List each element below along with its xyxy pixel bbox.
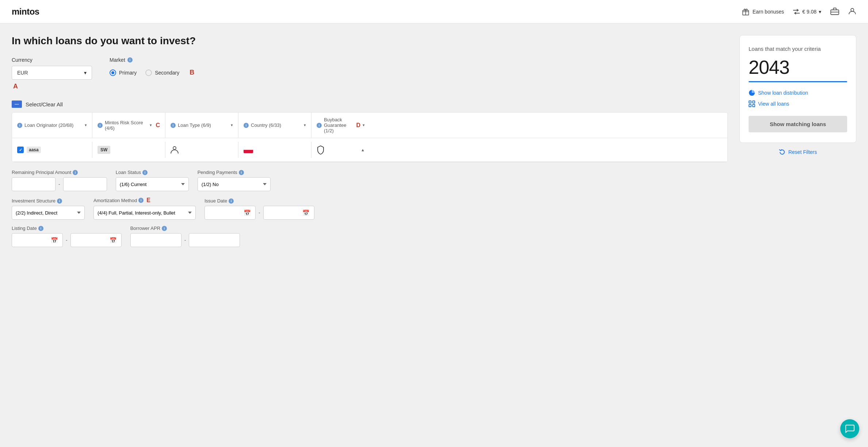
filter-col-country[interactable]: i Country (6/33) ▾ xyxy=(238,113,311,138)
risk-header-label: Mintos Risk Score (4/6) xyxy=(105,120,148,131)
collapse-icon[interactable]: ▲ xyxy=(361,148,365,152)
investment-structure-label: Investment Structure i xyxy=(12,198,85,204)
range-separator-3: - xyxy=(66,237,68,243)
user-menu-button[interactable] xyxy=(848,7,856,16)
left-panel: In which loans do you want to invest? Cu… xyxy=(12,35,728,435)
market-options: Primary Secondary B xyxy=(110,69,194,76)
originator-checkbox[interactable] xyxy=(17,147,24,153)
market-secondary-label: Secondary xyxy=(155,70,179,76)
calendar-icon-2[interactable]: 📅 xyxy=(302,209,310,216)
aasa-logo: aasa xyxy=(27,147,41,153)
grid-icon xyxy=(749,101,755,107)
page-title: In which loans do you want to invest? xyxy=(12,35,728,47)
market-secondary-option[interactable]: Secondary xyxy=(145,69,179,76)
issue-date-label: Issue Date i xyxy=(204,198,314,204)
lower-row-3: Listing Date i 📅 - 📅 xyxy=(12,226,728,247)
range-separator-1: - xyxy=(58,181,60,187)
amortization-method-select[interactable]: (4/4) Full, Partial, Interest-only, Bull… xyxy=(93,206,196,220)
svg-rect-7 xyxy=(749,105,751,107)
buyback-info-icon: i xyxy=(317,123,322,128)
gift-icon xyxy=(742,8,750,16)
annotation-c: C xyxy=(156,122,160,129)
loantype-chevron-icon: ▾ xyxy=(231,123,233,128)
originator-header-label: Loan Originator (20/68) xyxy=(24,122,73,128)
view-all-loans-link[interactable]: View all loans xyxy=(749,101,847,107)
loan-status-info: i xyxy=(142,170,148,175)
svg-rect-6 xyxy=(753,101,755,103)
reset-filters-button[interactable]: Reset Filters xyxy=(739,149,856,155)
market-primary-option[interactable]: Primary xyxy=(110,69,137,76)
select-clear-row: Select/Clear All xyxy=(12,101,728,108)
chat-icon xyxy=(845,424,854,433)
svg-point-3 xyxy=(851,8,854,11)
issue-date-from[interactable] xyxy=(208,210,241,216)
calendar-icon-1[interactable]: 📅 xyxy=(244,209,251,216)
header: mintos Earn bonuses € 9.08 ▾ xyxy=(0,0,868,23)
calendar-icon-4[interactable]: 📅 xyxy=(110,237,117,244)
market-secondary-radio[interactable] xyxy=(145,69,152,76)
remaining-principal-min[interactable] xyxy=(12,177,56,191)
briefcase-button[interactable] xyxy=(830,7,840,16)
reset-filters-label: Reset Filters xyxy=(788,149,817,155)
currency-label: Currency xyxy=(12,57,92,63)
issue-date-from-wrapper: 📅 xyxy=(204,206,256,220)
issue-date-range: 📅 - 📅 xyxy=(204,206,314,220)
svg-rect-5 xyxy=(749,101,751,103)
balance-amount: € 9.08 xyxy=(802,9,817,15)
amortization-method-group: Amortization Method i E (4/4) Full, Part… xyxy=(93,197,196,220)
listing-date-group: Listing Date i 📅 - 📅 xyxy=(12,226,122,247)
pie-chart-icon xyxy=(749,90,755,96)
borrower-apr-range: - xyxy=(130,233,240,247)
filter-col-risk[interactable]: i Mintos Risk Score (4/6) ▾ C xyxy=(92,113,165,138)
loan-status-group: Loan Status i (1/6) Current xyxy=(116,170,189,191)
header-right: Earn bonuses € 9.08 ▾ xyxy=(742,7,856,16)
country-content-cell xyxy=(238,142,311,158)
issue-date-to[interactable] xyxy=(267,210,299,216)
borrower-apr-max[interactable] xyxy=(189,233,240,247)
show-distribution-link[interactable]: Show loan distribution xyxy=(749,90,847,96)
sw-badge: SW xyxy=(97,146,110,154)
select-clear-icon[interactable] xyxy=(12,101,22,108)
annotation-a: A xyxy=(13,83,92,90)
person-icon xyxy=(171,145,179,154)
reset-icon xyxy=(779,149,785,155)
market-filter-group: Market i Primary Secondary B xyxy=(110,57,194,76)
currency-select[interactable]: EUR ▾ xyxy=(12,66,92,80)
market-info-icon: i xyxy=(127,57,133,62)
market-primary-radio[interactable] xyxy=(110,69,116,76)
loan-filters-card: i Loan Originator (20/68) ▾ i Mintos Ris… xyxy=(12,112,728,162)
show-matching-button[interactable]: Show matching loans xyxy=(749,116,847,132)
remaining-principal-max[interactable] xyxy=(63,177,107,191)
listing-date-from-wrapper: 📅 xyxy=(12,233,63,247)
risk-info-icon: i xyxy=(97,123,103,128)
loantype-content-cell xyxy=(165,142,238,158)
filter-col-buyback[interactable]: i Buyback Guarantee (1/2) D ▾ xyxy=(311,113,370,138)
view-all-loans-label: View all loans xyxy=(758,101,789,107)
pending-payments-select[interactable]: (1/2) No xyxy=(198,177,271,191)
range-separator-4: - xyxy=(184,237,186,243)
chat-button[interactable] xyxy=(840,419,859,438)
amortization-method-label: Amortization Method i E xyxy=(93,197,196,204)
investment-structure-group: Investment Structure i (2/2) Indirect, D… xyxy=(12,198,85,220)
svg-point-4 xyxy=(173,147,176,149)
listing-date-info: i xyxy=(38,226,43,231)
criteria-card: Loans that match your criteria 2043 Show… xyxy=(739,35,856,143)
filter-col-loantype[interactable]: i Loan Type (6/9) ▾ xyxy=(165,113,238,138)
listing-date-to[interactable] xyxy=(74,238,107,243)
annotation-b: B xyxy=(190,69,194,76)
annotation-e: E xyxy=(146,197,150,204)
lower-row-1: Remaining Principal Amount i - Loan Stat… xyxy=(12,170,728,191)
earn-bonuses-button[interactable]: Earn bonuses xyxy=(742,8,784,16)
filter-col-originator[interactable]: i Loan Originator (20/68) ▾ xyxy=(12,113,92,138)
country-info-icon: i xyxy=(244,123,249,128)
transfer-icon xyxy=(793,9,800,15)
balance-display[interactable]: € 9.08 ▾ xyxy=(793,9,821,15)
listing-date-from[interactable] xyxy=(15,238,48,243)
loan-status-select[interactable]: (1/6) Current xyxy=(116,177,189,191)
criteria-count: 2043 xyxy=(749,56,847,78)
right-panel: Loans that match your criteria 2043 Show… xyxy=(739,35,856,435)
borrower-apr-min[interactable] xyxy=(130,233,181,247)
investment-structure-select[interactable]: (2/2) Indirect, Direct xyxy=(12,206,85,220)
market-label: Market xyxy=(110,57,125,63)
calendar-icon-3[interactable]: 📅 xyxy=(51,237,58,244)
